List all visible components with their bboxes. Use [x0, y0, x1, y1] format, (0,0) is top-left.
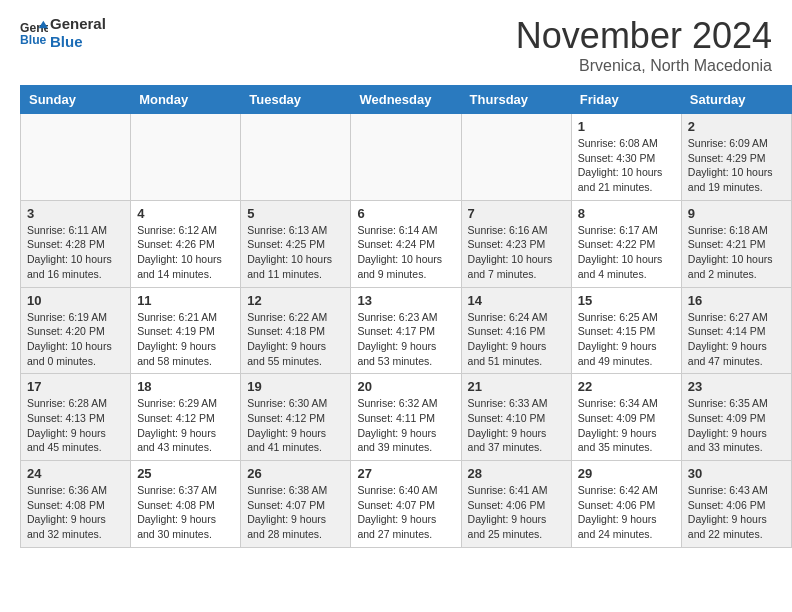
calendar-day-cell: 18Sunrise: 6:29 AMSunset: 4:12 PMDayligh…	[131, 374, 241, 461]
day-number: 10	[27, 293, 124, 308]
day-info: Sunrise: 6:27 AMSunset: 4:14 PMDaylight:…	[688, 310, 785, 369]
day-info: Sunrise: 6:37 AMSunset: 4:08 PMDaylight:…	[137, 483, 234, 542]
day-number: 28	[468, 466, 565, 481]
day-number: 19	[247, 379, 344, 394]
calendar-day-cell	[21, 114, 131, 201]
day-number: 22	[578, 379, 675, 394]
calendar-day-cell: 13Sunrise: 6:23 AMSunset: 4:17 PMDayligh…	[351, 287, 461, 374]
calendar-day-cell: 8Sunrise: 6:17 AMSunset: 4:22 PMDaylight…	[571, 200, 681, 287]
day-info: Sunrise: 6:42 AMSunset: 4:06 PMDaylight:…	[578, 483, 675, 542]
day-number: 3	[27, 206, 124, 221]
day-info: Sunrise: 6:40 AMSunset: 4:07 PMDaylight:…	[357, 483, 454, 542]
calendar-day-cell: 4Sunrise: 6:12 AMSunset: 4:26 PMDaylight…	[131, 200, 241, 287]
day-number: 5	[247, 206, 344, 221]
day-info: Sunrise: 6:16 AMSunset: 4:23 PMDaylight:…	[468, 223, 565, 282]
day-info: Sunrise: 6:24 AMSunset: 4:16 PMDaylight:…	[468, 310, 565, 369]
day-info: Sunrise: 6:29 AMSunset: 4:12 PMDaylight:…	[137, 396, 234, 455]
calendar-day-cell: 30Sunrise: 6:43 AMSunset: 4:06 PMDayligh…	[681, 461, 791, 548]
day-header-monday: Monday	[131, 86, 241, 114]
day-number: 11	[137, 293, 234, 308]
calendar-day-cell: 9Sunrise: 6:18 AMSunset: 4:21 PMDaylight…	[681, 200, 791, 287]
day-number: 7	[468, 206, 565, 221]
calendar-day-cell: 28Sunrise: 6:41 AMSunset: 4:06 PMDayligh…	[461, 461, 571, 548]
calendar-week-3: 10Sunrise: 6:19 AMSunset: 4:20 PMDayligh…	[21, 287, 792, 374]
calendar-day-cell: 21Sunrise: 6:33 AMSunset: 4:10 PMDayligh…	[461, 374, 571, 461]
day-number: 6	[357, 206, 454, 221]
calendar-day-cell: 10Sunrise: 6:19 AMSunset: 4:20 PMDayligh…	[21, 287, 131, 374]
logo-icon: General Blue	[20, 19, 48, 47]
day-info: Sunrise: 6:32 AMSunset: 4:11 PMDaylight:…	[357, 396, 454, 455]
day-header-thursday: Thursday	[461, 86, 571, 114]
day-info: Sunrise: 6:13 AMSunset: 4:25 PMDaylight:…	[247, 223, 344, 282]
calendar-header-row: SundayMondayTuesdayWednesdayThursdayFrid…	[21, 86, 792, 114]
calendar-week-5: 24Sunrise: 6:36 AMSunset: 4:08 PMDayligh…	[21, 461, 792, 548]
day-info: Sunrise: 6:17 AMSunset: 4:22 PMDaylight:…	[578, 223, 675, 282]
day-number: 4	[137, 206, 234, 221]
logo: General Blue General Blue	[20, 15, 106, 51]
calendar-week-4: 17Sunrise: 6:28 AMSunset: 4:13 PMDayligh…	[21, 374, 792, 461]
day-info: Sunrise: 6:14 AMSunset: 4:24 PMDaylight:…	[357, 223, 454, 282]
calendar-week-2: 3Sunrise: 6:11 AMSunset: 4:28 PMDaylight…	[21, 200, 792, 287]
day-info: Sunrise: 6:19 AMSunset: 4:20 PMDaylight:…	[27, 310, 124, 369]
day-number: 14	[468, 293, 565, 308]
day-info: Sunrise: 6:33 AMSunset: 4:10 PMDaylight:…	[468, 396, 565, 455]
calendar-day-cell: 6Sunrise: 6:14 AMSunset: 4:24 PMDaylight…	[351, 200, 461, 287]
day-number: 25	[137, 466, 234, 481]
calendar-table: SundayMondayTuesdayWednesdayThursdayFrid…	[20, 85, 792, 548]
calendar-day-cell: 5Sunrise: 6:13 AMSunset: 4:25 PMDaylight…	[241, 200, 351, 287]
day-info: Sunrise: 6:11 AMSunset: 4:28 PMDaylight:…	[27, 223, 124, 282]
day-number: 23	[688, 379, 785, 394]
day-info: Sunrise: 6:23 AMSunset: 4:17 PMDaylight:…	[357, 310, 454, 369]
day-info: Sunrise: 6:18 AMSunset: 4:21 PMDaylight:…	[688, 223, 785, 282]
calendar-day-cell: 1Sunrise: 6:08 AMSunset: 4:30 PMDaylight…	[571, 114, 681, 201]
day-info: Sunrise: 6:35 AMSunset: 4:09 PMDaylight:…	[688, 396, 785, 455]
calendar-wrapper: SundayMondayTuesdayWednesdayThursdayFrid…	[0, 85, 792, 558]
calendar-day-cell: 25Sunrise: 6:37 AMSunset: 4:08 PMDayligh…	[131, 461, 241, 548]
calendar-day-cell: 23Sunrise: 6:35 AMSunset: 4:09 PMDayligh…	[681, 374, 791, 461]
calendar-day-cell: 3Sunrise: 6:11 AMSunset: 4:28 PMDaylight…	[21, 200, 131, 287]
calendar-day-cell: 22Sunrise: 6:34 AMSunset: 4:09 PMDayligh…	[571, 374, 681, 461]
calendar-day-cell: 19Sunrise: 6:30 AMSunset: 4:12 PMDayligh…	[241, 374, 351, 461]
day-info: Sunrise: 6:36 AMSunset: 4:08 PMDaylight:…	[27, 483, 124, 542]
day-info: Sunrise: 6:30 AMSunset: 4:12 PMDaylight:…	[247, 396, 344, 455]
day-info: Sunrise: 6:38 AMSunset: 4:07 PMDaylight:…	[247, 483, 344, 542]
day-header-friday: Friday	[571, 86, 681, 114]
day-info: Sunrise: 6:12 AMSunset: 4:26 PMDaylight:…	[137, 223, 234, 282]
day-header-sunday: Sunday	[21, 86, 131, 114]
calendar-day-cell	[131, 114, 241, 201]
day-info: Sunrise: 6:22 AMSunset: 4:18 PMDaylight:…	[247, 310, 344, 369]
calendar-day-cell: 26Sunrise: 6:38 AMSunset: 4:07 PMDayligh…	[241, 461, 351, 548]
calendar-day-cell: 14Sunrise: 6:24 AMSunset: 4:16 PMDayligh…	[461, 287, 571, 374]
calendar-day-cell: 16Sunrise: 6:27 AMSunset: 4:14 PMDayligh…	[681, 287, 791, 374]
calendar-week-1: 1Sunrise: 6:08 AMSunset: 4:30 PMDaylight…	[21, 114, 792, 201]
day-header-saturday: Saturday	[681, 86, 791, 114]
calendar-day-cell	[351, 114, 461, 201]
day-number: 21	[468, 379, 565, 394]
day-number: 20	[357, 379, 454, 394]
day-number: 12	[247, 293, 344, 308]
calendar-day-cell: 7Sunrise: 6:16 AMSunset: 4:23 PMDaylight…	[461, 200, 571, 287]
day-header-wednesday: Wednesday	[351, 86, 461, 114]
day-number: 8	[578, 206, 675, 221]
calendar-day-cell: 11Sunrise: 6:21 AMSunset: 4:19 PMDayligh…	[131, 287, 241, 374]
day-info: Sunrise: 6:25 AMSunset: 4:15 PMDaylight:…	[578, 310, 675, 369]
day-info: Sunrise: 6:09 AMSunset: 4:29 PMDaylight:…	[688, 136, 785, 195]
location-subtitle: Brvenica, North Macedonia	[516, 57, 772, 75]
page-header: General Blue General Blue November 2024 …	[0, 0, 792, 85]
day-number: 29	[578, 466, 675, 481]
day-number: 13	[357, 293, 454, 308]
day-info: Sunrise: 6:08 AMSunset: 4:30 PMDaylight:…	[578, 136, 675, 195]
day-info: Sunrise: 6:28 AMSunset: 4:13 PMDaylight:…	[27, 396, 124, 455]
day-number: 17	[27, 379, 124, 394]
day-number: 26	[247, 466, 344, 481]
logo-blue: Blue	[50, 33, 106, 51]
day-number: 15	[578, 293, 675, 308]
day-number: 9	[688, 206, 785, 221]
day-header-tuesday: Tuesday	[241, 86, 351, 114]
calendar-day-cell: 29Sunrise: 6:42 AMSunset: 4:06 PMDayligh…	[571, 461, 681, 548]
day-number: 2	[688, 119, 785, 134]
month-title: November 2024	[516, 15, 772, 57]
calendar-day-cell: 27Sunrise: 6:40 AMSunset: 4:07 PMDayligh…	[351, 461, 461, 548]
day-number: 24	[27, 466, 124, 481]
svg-text:Blue: Blue	[20, 33, 47, 47]
